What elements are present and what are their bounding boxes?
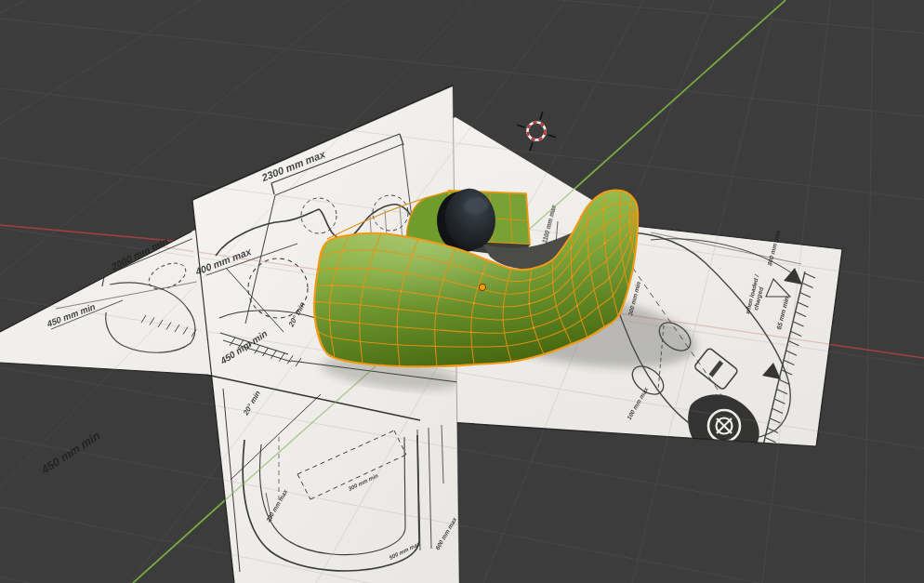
blender-3d-viewport[interactable]: 2000 mm min 450 mm min when loaded / cha… (0, 0, 924, 583)
object-origin-icon (479, 284, 485, 290)
viewport-canvas[interactable]: 2000 mm min 450 mm min when loaded / cha… (0, 0, 924, 583)
